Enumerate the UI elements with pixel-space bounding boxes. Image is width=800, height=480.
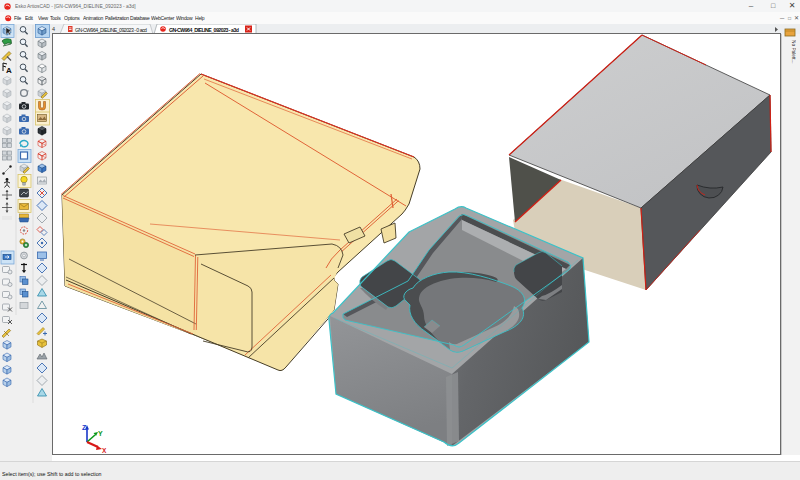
svg-text:A: A [6,66,12,75]
svg-text:Y: Y [98,430,103,437]
svg-text:GN-CW964_DIELINE_092023 - 0 ac: GN-CW964_DIELINE_092023 - 0 acd [75,27,147,33]
svg-text:4: 4 [52,26,55,32]
svg-text:X: X [102,447,107,454]
svg-text:Z: Z [82,424,87,431]
svg-text:GN-CW964_DIELINE_092023 - a3d: GN-CW964_DIELINE_092023 - a3d [169,27,239,33]
